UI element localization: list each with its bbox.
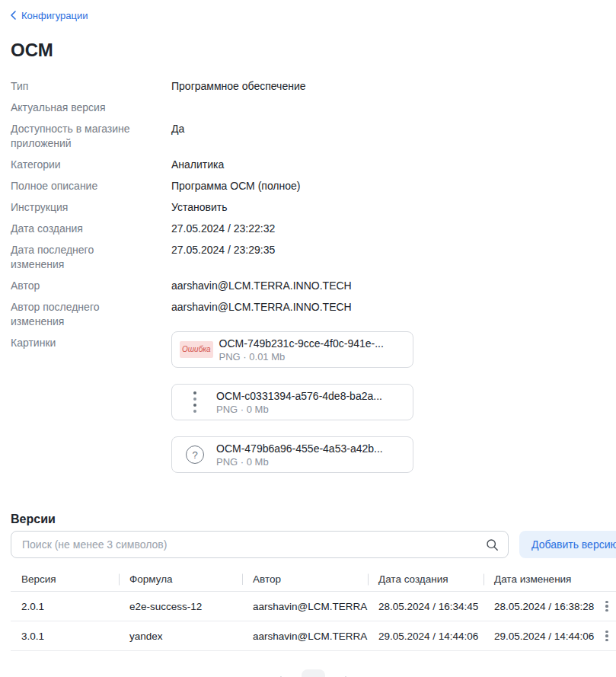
image-thumbnail: Ошибка — [180, 334, 213, 365]
field-label: Инструкция — [11, 200, 140, 215]
table-row[interactable]: 3.0.1 yandex aarshavin@LCM.TERRA.INNO.TE… — [11, 621, 616, 651]
field-row-categories: Категории Аналитика — [11, 158, 605, 172]
field-label: Картинки — [11, 336, 140, 350]
field-label: Полное описание — [11, 179, 140, 193]
field-value: 27.05.2024 / 23:29:35 — [171, 243, 275, 257]
versions-toolbar: Добавить версию — [11, 531, 616, 558]
image-file-meta: PNG · 0 Mb — [216, 403, 382, 416]
image-file-name: OCM-479b6a96-455e-4a53-a42b... — [216, 442, 383, 455]
image-file-meta: PNG · 0 Mb — [216, 455, 383, 468]
table-row[interactable]: 2.0.1 e2e-success-12 aarshavin@LCM.TERRA… — [11, 592, 616, 621]
details-section: Тип Программное обеспечение Актуальная в… — [11, 79, 605, 489]
add-version-button[interactable]: Добавить версию — [519, 531, 616, 558]
cell-formula: e2e-success-12 — [119, 601, 242, 612]
field-row-created-date: Дата создания 27.05.2024 / 23:22:32 — [11, 222, 605, 236]
broken-image-alt-text: Ошибка — [180, 341, 213, 358]
row-menu-kebab-icon[interactable] — [602, 628, 611, 645]
cell-created: 29.05.2024 / 14:44:06 — [368, 631, 484, 642]
versions-table: Версия Формула Автор Дата создания Дата … — [11, 567, 616, 651]
image-card-texts: OCM-479b6a96-455e-4a53-a42b... PNG · 0 M… — [216, 442, 383, 468]
configuration-detail-page: Конфигурации ОСМ Тип Программное обеспеч… — [0, 0, 616, 677]
question-mark-icon: ? — [186, 445, 204, 464]
cell-modified: 29.05.2024 / 14:44:06 — [484, 631, 598, 642]
field-value: aarshavin@LCM.TERRA.INNO.TECH — [171, 300, 352, 315]
breadcrumb-label: Конфигурации — [21, 10, 88, 21]
loading-dots-icon — [193, 391, 196, 413]
image-card[interactable]: ? OCM-479b6a96-455e-4a53-a42b... PNG · 0… — [171, 436, 413, 473]
image-card-texts: OCM-c0331394-a576-4de8-ba2a... PNG · 0 M… — [216, 389, 382, 416]
cell-author: aarshavin@LCM.TERRA.INNO.TECH — [242, 601, 368, 612]
field-value: 27.05.2024 / 23:22:32 — [171, 222, 275, 236]
page-title: ОСМ — [11, 40, 605, 61]
field-label: Категории — [11, 158, 140, 172]
field-label: Автор — [11, 279, 140, 293]
field-value: Программа ОСМ (полное) — [171, 179, 301, 193]
pagination-current-page[interactable]: 1 — [302, 669, 325, 677]
versions-section-heading: Версии — [11, 512, 605, 526]
pagination-prev-icon[interactable] — [270, 672, 288, 677]
field-label: Доступность в магазине приложений — [11, 122, 140, 151]
search-icon[interactable] — [486, 538, 499, 551]
field-row-images: Картинки Ошибка OCM-749b231c-9cce-4f0c-9… — [11, 336, 605, 489]
field-row-instruction: Инструкция Установить — [11, 200, 605, 215]
field-label: Тип — [11, 79, 140, 94]
cell-created: 28.05.2024 / 16:34:45 — [368, 601, 484, 612]
column-header-author: Автор — [242, 573, 368, 585]
image-card[interactable]: OCM-c0331394-a576-4de8-ba2a... PNG · 0 M… — [171, 384, 413, 420]
field-label: Актуальная версия — [11, 101, 140, 115]
field-row-full-description: Полное описание Программа ОСМ (полное) — [11, 179, 605, 193]
field-value: Да — [171, 122, 184, 136]
cell-formula: yandex — [119, 631, 242, 642]
breadcrumb-back-link[interactable]: Конфигурации — [11, 10, 88, 21]
cell-version: 2.0.1 — [11, 601, 119, 612]
field-row-actual-version: Актуальная версия — [11, 101, 605, 115]
version-search-input[interactable] — [21, 538, 486, 551]
field-value: Аналитика — [171, 158, 224, 172]
cell-modified: 28.05.2024 / 16:38:28 — [484, 601, 598, 612]
image-file-name: OCM-749b231c-9cce-4f0c-941e-... — [219, 337, 384, 350]
field-label: Дата создания — [11, 222, 140, 236]
column-header-version: Версия — [11, 573, 119, 585]
version-search-box — [11, 531, 509, 558]
field-label: Автор последнего изменения — [11, 300, 140, 329]
cell-actions — [598, 598, 616, 615]
field-value: Программное обеспечение — [171, 79, 306, 94]
field-row-modified-date: Дата последнего изменения 27.05.2024 / 2… — [11, 243, 605, 272]
field-label: Дата последнего изменения — [11, 243, 140, 272]
field-row-store-availability: Доступность в магазине приложений Да — [11, 122, 605, 151]
field-row-author: Автор aarshavin@LCM.TERRA.INNO.TECH — [11, 279, 605, 293]
pagination: 1 — [11, 669, 616, 677]
column-header-created: Дата создания — [368, 573, 484, 585]
column-header-formula: Формула — [119, 573, 242, 585]
column-header-modified: Дата изменения — [484, 573, 598, 585]
image-thumbnail: ? — [180, 439, 210, 470]
field-value: aarshavin@LCM.TERRA.INNO.TECH — [171, 279, 352, 293]
cell-author: aarshavin@LCM.TERRA.INNO.TECH — [242, 631, 368, 642]
versions-table-header: Версия Формула Автор Дата создания Дата … — [11, 567, 616, 592]
pagination-next-icon[interactable] — [339, 672, 357, 677]
chevron-left-icon — [11, 11, 16, 20]
image-file-meta: PNG · 0.01 Mb — [219, 350, 384, 363]
image-card-list: Ошибка OCM-749b231c-9cce-4f0c-941e-... P… — [171, 331, 413, 489]
cell-version: 3.0.1 — [11, 631, 119, 642]
image-card-texts: OCM-749b231c-9cce-4f0c-941e-... PNG · 0.… — [219, 337, 384, 363]
row-menu-kebab-icon[interactable] — [602, 598, 611, 615]
field-row-last-author: Автор последнего изменения aarshavin@LCM… — [11, 300, 605, 329]
image-card[interactable]: Ошибка OCM-749b231c-9cce-4f0c-941e-... P… — [171, 331, 413, 368]
cell-actions — [598, 628, 616, 645]
image-thumbnail — [180, 387, 210, 417]
field-row-type: Тип Программное обеспечение — [11, 79, 605, 94]
field-value: Установить — [171, 200, 227, 215]
image-file-name: OCM-c0331394-a576-4de8-ba2a... — [216, 389, 382, 403]
